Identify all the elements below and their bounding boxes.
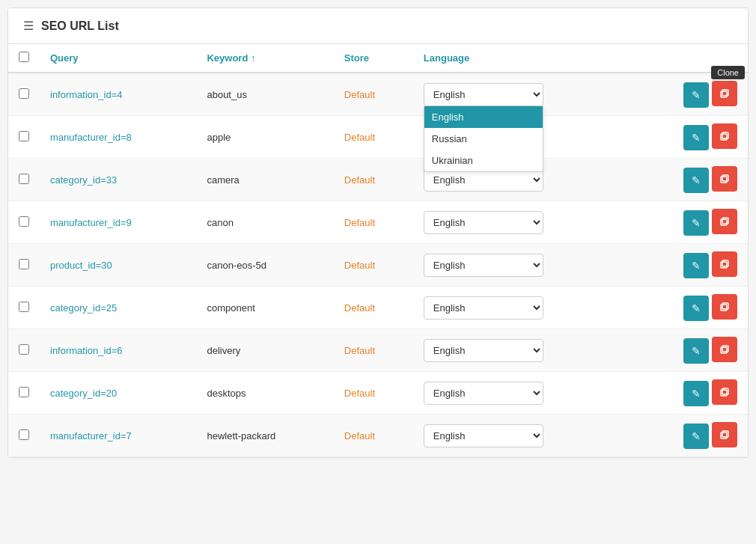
row-checkbox[interactable] [19, 174, 29, 184]
select-all-checkbox[interactable] [19, 52, 29, 62]
store-value: Default [344, 345, 375, 356]
svg-rect-4 [721, 177, 727, 183]
clone-button[interactable] [712, 251, 737, 277]
language-dropdown-wrapper: EnglishRussianUkrainian [424, 254, 543, 277]
header-language: Language [413, 44, 629, 73]
edit-button[interactable]: ✎ [683, 381, 709, 406]
row-checkbox[interactable] [19, 259, 29, 269]
table-row: information_id=6deliveryDefaultEnglishRu… [8, 329, 748, 372]
store-value: Default [344, 260, 375, 271]
row-store-cell: Default [334, 329, 413, 372]
svg-rect-15 [722, 388, 728, 394]
table-row: information_id=4about_usDefaultEnglishRu… [8, 73, 748, 116]
page-container: ☰ SEO URL List Query Keyword ↑ Store Lan… [7, 7, 749, 458]
edit-button[interactable]: ✎ [683, 210, 709, 236]
language-select[interactable]: EnglishRussianUkrainian [424, 382, 543, 405]
header-keyword[interactable]: Keyword ↑ [196, 44, 333, 73]
language-dropdown-wrapper: EnglishRussianUkrainian [424, 339, 543, 362]
clone-button[interactable] [712, 209, 737, 234]
row-actions-cell: ✎ [629, 287, 748, 329]
row-check-cell [8, 287, 40, 329]
language-select[interactable]: EnglishRussianUkrainian [424, 424, 543, 447]
row-query-cell: category_id=20 [40, 372, 196, 415]
svg-rect-9 [722, 260, 728, 266]
row-checkbox[interactable] [19, 344, 29, 355]
row-check-cell [8, 73, 40, 116]
edit-button[interactable]: ✎ [683, 338, 709, 364]
row-keyword-cell: canon [196, 201, 333, 244]
row-actions-cell: ✎ [629, 372, 748, 415]
table-row: manufacturer_id=9canonDefaultEnglishRuss… [8, 201, 748, 244]
query-link[interactable]: category_id=33 [50, 174, 117, 186]
row-checkbox[interactable] [19, 216, 29, 227]
clone-button[interactable] [712, 422, 737, 447]
row-keyword-cell: canon-eos-5d [196, 244, 333, 287]
svg-rect-0 [721, 91, 727, 97]
row-keyword-cell: camera [196, 159, 333, 201]
edit-button[interactable]: ✎ [683, 296, 709, 321]
row-checkbox[interactable] [19, 88, 29, 99]
row-check-cell [8, 329, 40, 372]
query-link[interactable]: information_id=6 [50, 345, 122, 356]
row-keyword-cell: component [196, 287, 333, 329]
query-link[interactable]: manufacturer_id=9 [50, 217, 132, 228]
clone-button[interactable] [712, 379, 737, 405]
store-value: Default [344, 89, 375, 100]
query-link[interactable]: category_id=20 [50, 388, 117, 399]
header-actions [629, 44, 748, 73]
query-link[interactable]: manufacturer_id=8 [50, 132, 132, 143]
table-row: manufacturer_id=7hewlett-packardDefaultE… [8, 415, 748, 457]
row-check-cell [8, 201, 40, 244]
query-link[interactable]: information_id=4 [50, 89, 122, 100]
svg-rect-17 [722, 431, 728, 437]
row-check-cell [8, 415, 40, 457]
row-language-cell: EnglishRussianUkrainian [413, 287, 629, 329]
table-row: product_id=30canon-eos-5dDefaultEnglishR… [8, 244, 748, 287]
row-query-cell: information_id=6 [40, 329, 196, 372]
row-query-cell: category_id=25 [40, 287, 196, 329]
svg-rect-10 [721, 305, 727, 311]
row-keyword-cell: hewlett-packard [196, 415, 333, 457]
svg-rect-5 [722, 175, 728, 181]
row-language-cell: EnglishRussianUkrainianEnglishRussianUkr… [413, 73, 629, 116]
row-actions-cell: ✎ [629, 201, 748, 244]
svg-rect-12 [721, 347, 727, 353]
row-checkbox[interactable] [19, 430, 29, 440]
query-link[interactable]: category_id=25 [50, 302, 117, 314]
dropdown-option[interactable]: English [424, 106, 543, 128]
row-checkbox[interactable] [19, 302, 29, 312]
language-select[interactable]: EnglishRussianUkrainian [424, 296, 543, 320]
clone-button[interactable] [712, 294, 737, 320]
row-checkbox[interactable] [19, 131, 29, 141]
row-store-cell: Default [334, 73, 413, 116]
dropdown-option[interactable]: Russian [424, 128, 543, 150]
language-dropdown-wrapper: EnglishRussianUkrainian [424, 424, 543, 447]
clone-button[interactable] [712, 123, 737, 149]
store-value: Default [344, 217, 375, 228]
row-query-cell: manufacturer_id=7 [40, 415, 196, 457]
edit-button[interactable]: ✎ [683, 82, 709, 108]
svg-rect-16 [721, 433, 727, 438]
query-link[interactable]: manufacturer_id=7 [50, 430, 132, 441]
query-link[interactable]: product_id=30 [50, 260, 112, 271]
language-select[interactable]: EnglishRussianUkrainian [424, 83, 543, 106]
clone-button[interactable] [712, 81, 737, 106]
row-actions-cell: ✎ [629, 329, 748, 372]
edit-button[interactable]: ✎ [683, 424, 709, 449]
clone-button[interactable] [712, 166, 737, 192]
seo-url-table: Query Keyword ↑ Store Language informati… [8, 44, 748, 457]
edit-button[interactable]: ✎ [683, 125, 709, 150]
language-select[interactable]: EnglishRussianUkrainian [424, 339, 543, 362]
dropdown-option[interactable]: Ukrainian [424, 150, 543, 171]
row-checkbox[interactable] [19, 387, 29, 397]
language-select[interactable]: EnglishRussianUkrainian [424, 211, 543, 234]
page-header: ☰ SEO URL List [8, 8, 748, 44]
language-select[interactable]: EnglishRussianUkrainian [424, 254, 543, 277]
row-actions-cell: ✎ [629, 116, 748, 159]
language-dropdown-wrapper: EnglishRussianUkrainian [424, 211, 543, 234]
edit-button[interactable]: ✎ [683, 168, 709, 193]
edit-button[interactable]: ✎ [683, 253, 709, 278]
row-store-cell: Default [334, 287, 413, 329]
clone-button[interactable] [712, 337, 737, 362]
table-row: manufacturer_id=8appleDefaultEnglishRuss… [8, 116, 748, 159]
